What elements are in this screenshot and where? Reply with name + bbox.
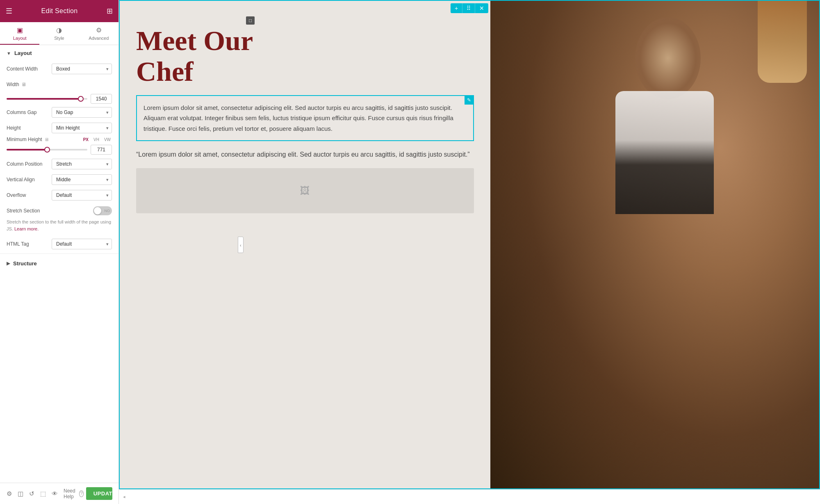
text-edit-icon[interactable]: ✎	[465, 96, 474, 105]
height-control: Default Min Height Fit To Screen	[52, 123, 112, 133]
quote-text: “Lorem ipsum dolor sit amet, consectetur…	[136, 149, 474, 160]
layers-icon[interactable]: ◫	[18, 490, 23, 497]
unit-buttons: PX VH VW	[82, 137, 112, 142]
close-section-btn[interactable]: ✕	[475, 3, 488, 13]
html-tag-label: HTML Tag	[7, 241, 52, 247]
quote-block: “Lorem ipsum dolor sit amet, consectetur…	[136, 149, 474, 160]
unit-px[interactable]: PX	[82, 137, 90, 142]
responsive-icon[interactable]: ⬚	[40, 490, 46, 497]
top-toolbar: + ⠿ ✕	[451, 3, 488, 13]
image-icon: 🖼	[300, 185, 310, 196]
unit-vh[interactable]: VH	[92, 137, 100, 142]
html-tag-select[interactable]: Default header main footer	[52, 239, 112, 249]
vertical-align-select-wrap: Top Middle Bottom	[52, 174, 112, 185]
content-width-row: Content Width Boxed Full Width	[0, 61, 118, 77]
overflow-select[interactable]: Default Hidden	[52, 190, 112, 201]
columns-gap-label: Columns Gap	[7, 109, 52, 115]
minheight-slider-thumb[interactable]	[44, 147, 50, 153]
tab-style-label: Style	[54, 36, 64, 41]
tab-style[interactable]: ◑ Style	[39, 22, 79, 45]
html-tag-control: Default header main footer	[52, 239, 112, 249]
column-position-select[interactable]: Stretch Top Middle Bottom	[52, 159, 112, 169]
minheight-row: Minimum Height 🖥 PX VH VW	[0, 136, 118, 156]
height-select[interactable]: Default Min Height Fit To Screen	[52, 123, 112, 133]
width-slider-track	[7, 98, 87, 100]
bottom-nav: ◂	[119, 489, 820, 504]
grid-icon[interactable]: ⊞	[107, 7, 113, 16]
need-help[interactable]: Need Help ?	[64, 488, 84, 499]
chef-photo	[490, 1, 819, 488]
layout-section-header[interactable]: ▼ Layout	[0, 45, 118, 61]
width-row: Width 🖥	[0, 77, 118, 92]
canvas-right	[490, 1, 819, 488]
chef-head	[635, 17, 701, 99]
width-label: Width 🖥	[7, 82, 52, 87]
minheight-slider-container[interactable]	[7, 149, 87, 151]
width-slider-row	[0, 92, 118, 105]
structure-section-header[interactable]: ▶ Structure	[0, 255, 118, 271]
add-section-btn[interactable]: +	[451, 3, 462, 13]
height-select-wrap: Default Min Height Fit To Screen	[52, 123, 112, 133]
advanced-tab-icon: ⚙	[96, 26, 102, 34]
image-placeholder[interactable]: 🖼	[136, 168, 474, 213]
overflow-row: Overflow Default Hidden	[0, 187, 118, 203]
columns-gap-control: No Gap Narrow Default Wide	[52, 107, 112, 118]
content-width-control: Boxed Full Width	[52, 64, 112, 74]
html-tag-select-wrap: Default header main footer	[52, 239, 112, 249]
update-main-btn[interactable]: UPDATE	[86, 487, 112, 500]
learn-more-link[interactable]: Learn more.	[14, 226, 39, 231]
stretch-section-label: Stretch Section	[7, 208, 93, 214]
layout-section-title: Layout	[14, 50, 32, 56]
left-panel: ☰ Edit Section ⊞ ▣ Layout ◑ Style ⚙ Adva…	[0, 0, 119, 504]
vertical-align-select[interactable]: Top Middle Bottom	[52, 174, 112, 185]
width-input[interactable]	[91, 94, 112, 104]
minheight-slider-with-input	[7, 145, 112, 155]
canvas-content: ‹ □ Meet Our Chef ✎ Lorem ipsum dolor si…	[119, 0, 820, 489]
unit-vw[interactable]: VW	[103, 137, 112, 142]
chef-title: Meet Our Chef	[136, 25, 474, 87]
update-button[interactable]: UPDATE ▲	[86, 487, 112, 500]
move-section-btn[interactable]: ⠿	[462, 3, 475, 13]
right-area: + ⠿ ✕ ‹ □ Meet Our Chef ✎ Lore	[119, 0, 820, 504]
text-body: Lorem ipsum dolor sit amet, consectetur …	[144, 103, 467, 134]
content-width-select[interactable]: Boxed Full Width	[52, 64, 112, 74]
stretch-toggle[interactable]: NO	[93, 206, 112, 215]
minheight-label-row: Minimum Height 🖥 PX VH VW	[7, 137, 112, 142]
hamburger-icon[interactable]: ☰	[6, 7, 12, 16]
layout-tab-icon: ▣	[17, 26, 23, 34]
overflow-select-wrap: Default Hidden	[52, 190, 112, 201]
canvas: ‹ □ Meet Our Chef ✎ Lorem ipsum dolor si…	[119, 0, 820, 489]
settings-icon[interactable]: ⚙	[7, 490, 12, 497]
history-icon[interactable]: ↺	[29, 490, 34, 497]
tab-advanced[interactable]: ⚙ Advanced	[79, 22, 118, 45]
vertical-align-row: Vertical Align Top Middle Bottom	[0, 172, 118, 187]
panel-title: Edit Section	[41, 7, 78, 15]
tab-advanced-label: Advanced	[89, 36, 109, 41]
text-block-selected[interactable]: ✎ Lorem ipsum dolor sit amet, consectetu…	[136, 95, 474, 141]
tab-layout[interactable]: ▣ Layout	[0, 22, 39, 45]
bottom-nav-left: ◂	[123, 494, 125, 499]
width-slider-container[interactable]	[7, 98, 87, 100]
content-width-select-wrap: Boxed Full Width	[52, 64, 112, 74]
width-slider-thumb[interactable]	[78, 96, 84, 102]
width-slider-fill	[7, 98, 81, 100]
html-tag-row: HTML Tag Default header main footer	[0, 236, 118, 252]
toggle-bg[interactable]	[93, 206, 112, 215]
collapse-panel-btn[interactable]: ‹	[238, 237, 244, 253]
tab-layout-label: Layout	[13, 36, 27, 41]
column-position-row: Column Position Stretch Top Middle Botto…	[0, 156, 118, 172]
minheight-monitor-icon: 🖥	[44, 137, 49, 142]
minheight-label: Minimum Height 🖥	[7, 137, 49, 142]
minheight-input[interactable]	[91, 145, 112, 155]
height-row: Height Default Min Height Fit To Screen	[0, 120, 118, 136]
eye-icon[interactable]: 👁	[52, 490, 58, 497]
columns-gap-row: Columns Gap No Gap Narrow Default Wide	[0, 105, 118, 120]
lamp-shape	[758, 1, 807, 83]
stretch-info: Stretch the section to the full width of…	[0, 219, 118, 236]
columns-gap-select[interactable]: No Gap Narrow Default Wide	[52, 107, 112, 118]
style-tab-icon: ◑	[56, 26, 62, 34]
chef-body	[615, 91, 714, 214]
panel-tabs: ▣ Layout ◑ Style ⚙ Advanced	[0, 22, 118, 45]
toggle-knob	[94, 207, 101, 214]
overflow-control: Default Hidden	[52, 190, 112, 201]
